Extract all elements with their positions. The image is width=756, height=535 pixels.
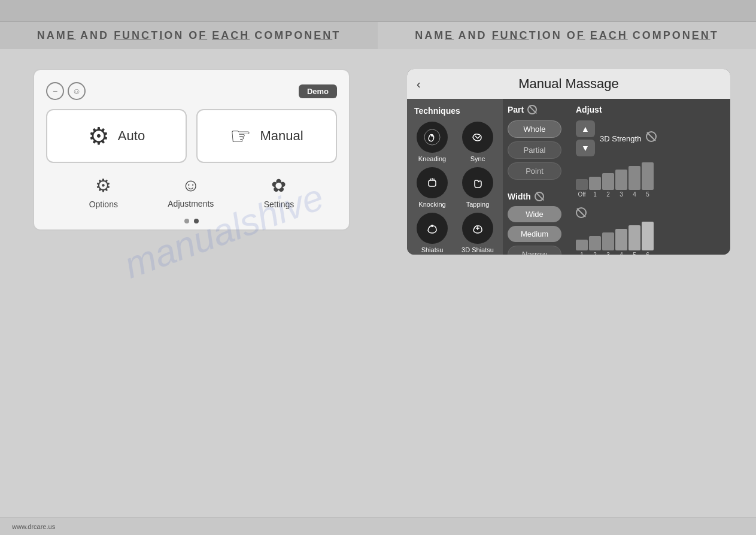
header-right-title: NAME AND FUNCTION OF EACH COMPONENT xyxy=(415,29,718,42)
width-num-6: 6 xyxy=(646,252,649,255)
options-icon: ⚙ xyxy=(95,175,111,196)
width-no-icon xyxy=(535,192,544,201)
technique-knocking[interactable]: Knocking xyxy=(412,167,453,208)
strength-num-5: 5 xyxy=(646,191,649,198)
shiatsu-label: Shiatsu xyxy=(421,246,444,253)
kneading-label: Kneading xyxy=(418,155,447,162)
strength-block-4 xyxy=(629,166,640,190)
settings-label: Settings xyxy=(264,200,294,209)
strength-block-3 xyxy=(615,170,627,190)
width-block-5 xyxy=(629,225,640,250)
technique-kneading[interactable]: Kneading xyxy=(412,122,453,162)
circle-icon-person[interactable]: ☺ xyxy=(68,82,86,100)
strength-bar: Off 1 2 3 xyxy=(576,162,654,198)
width-block-3 xyxy=(602,232,614,250)
sync-icon xyxy=(462,122,493,153)
part-whole-button[interactable]: Whole xyxy=(508,120,561,138)
strength-num-2: 2 xyxy=(606,191,610,198)
auto-label: Auto xyxy=(118,128,145,144)
strength-seg-2: 2 xyxy=(602,173,614,198)
width-num-4: 4 xyxy=(620,252,623,255)
part-title: Part xyxy=(508,105,524,114)
shiatsu-icon xyxy=(417,213,448,244)
width-adj-bar: 1 2 3 4 5 xyxy=(576,222,723,255)
header-left-title: NAME AND FUNCTION OF EACH COMPONENT xyxy=(37,29,341,42)
circle-icons: − ☺ xyxy=(46,82,86,100)
width-seg-3: 3 xyxy=(602,232,614,255)
strength-block-off xyxy=(576,179,588,190)
options-label: Options xyxy=(89,200,118,209)
part-partial-button[interactable]: Partial xyxy=(508,141,561,159)
strength-seg-4: 4 xyxy=(629,166,640,198)
strength-num-4: 4 xyxy=(633,191,636,198)
width-seg-1: 1 xyxy=(576,240,588,255)
top-bar xyxy=(0,0,756,21)
adjustments-icon: ☺ xyxy=(181,175,200,195)
manual-label: Manual xyxy=(260,128,303,144)
settings-button[interactable]: ✿ Settings xyxy=(264,175,294,209)
technique-sync[interactable]: Sync xyxy=(457,122,498,162)
strength-arrows: ▲ ▼ xyxy=(576,120,595,156)
width-narrow-button[interactable]: Narrow xyxy=(508,246,561,255)
tapping-icon xyxy=(462,167,493,198)
width-block-2 xyxy=(589,236,601,250)
strength-header: ▲ ▼ 3D Strength xyxy=(576,120,723,156)
3d-shiatsu-icon xyxy=(462,213,493,244)
auto-button[interactable]: ⚙ Auto xyxy=(46,109,187,163)
width-num-5: 5 xyxy=(633,252,636,255)
width-num-3: 3 xyxy=(606,252,610,255)
adjust-column: Adjust ▲ ▼ 3D Strength Off xyxy=(569,99,730,255)
manual-icon: ☞ xyxy=(230,122,251,150)
technique-3d-shiatsu[interactable]: 3D Shiatsu xyxy=(457,213,498,253)
strength-up-button[interactable]: ▲ xyxy=(576,120,595,137)
rp-header: ‹ Manual Massage xyxy=(407,69,730,99)
header-left: NAME AND FUNCTION OF EACH COMPONENT xyxy=(0,22,378,49)
width-seg-6: 6 xyxy=(642,222,654,255)
tapping-label: Tapping xyxy=(466,201,490,208)
part-column: Part Whole Partial Point Width Wide Medi… xyxy=(503,99,569,255)
techniques-grid: Kneading Sync xyxy=(412,122,498,253)
adjustments-label: Adjustments xyxy=(168,199,214,208)
header-right: NAME AND FUNCTION OF EACH COMPONENT xyxy=(378,22,756,49)
technique-shiatsu[interactable]: Shiatsu xyxy=(412,213,453,253)
strength-seg-3: 3 xyxy=(615,170,627,198)
adjust-title: Adjust xyxy=(576,105,723,114)
right-panel: ‹ Manual Massage Techniques Kneading xyxy=(407,69,730,255)
left-panel: − ☺ Demo ⚙ Auto ☞ Manual ⚙ Options ☺ Adj… xyxy=(33,69,350,231)
part-point-button[interactable]: Point xyxy=(508,162,561,180)
strength-num-1: 1 xyxy=(593,191,597,198)
technique-tapping[interactable]: Tapping xyxy=(457,167,498,208)
circle-icon-minus[interactable]: − xyxy=(46,82,64,100)
width-title: Width xyxy=(508,192,531,201)
options-button[interactable]: ⚙ Options xyxy=(89,175,118,209)
part-header: Part xyxy=(508,105,564,114)
pagination-dots xyxy=(46,219,337,223)
part-no-icon xyxy=(527,105,537,114)
strength-slider-row: Off 1 2 3 xyxy=(576,162,723,198)
back-button[interactable]: ‹ xyxy=(417,77,421,91)
strength-no-icon xyxy=(646,131,657,142)
demo-badge: Demo xyxy=(299,84,337,98)
main-buttons: ⚙ Auto ☞ Manual xyxy=(46,109,337,163)
sub-buttons: ⚙ Options ☺ Adjustments ✿ Settings xyxy=(46,175,337,209)
3d-shiatsu-label: 3D Shiatsu xyxy=(462,246,494,253)
strength-num-3: 3 xyxy=(620,191,623,198)
strength-seg-off: Off xyxy=(576,179,588,198)
strength-seg-5: 5 xyxy=(642,162,654,198)
width-num-2: 2 xyxy=(593,252,597,255)
width-block-1 xyxy=(576,240,588,250)
footer-url: www.drcare.us xyxy=(12,523,55,530)
strength-down-button[interactable]: ▼ xyxy=(576,140,595,156)
width-block-6 xyxy=(642,222,654,250)
adjustments-button[interactable]: ☺ Adjustments xyxy=(168,175,214,209)
strength-block-1 xyxy=(589,177,601,190)
manual-button[interactable]: ☞ Manual xyxy=(196,109,337,163)
width-seg-4: 4 xyxy=(615,229,627,255)
sync-label: Sync xyxy=(470,155,485,162)
width-medium-button[interactable]: Medium xyxy=(508,226,561,242)
svg-point-1 xyxy=(431,134,433,137)
width-adj-no-icon xyxy=(576,207,587,218)
knocking-label: Knocking xyxy=(418,201,445,208)
width-wide-button[interactable]: Wide xyxy=(508,206,561,222)
width-seg-2: 2 xyxy=(589,236,601,255)
